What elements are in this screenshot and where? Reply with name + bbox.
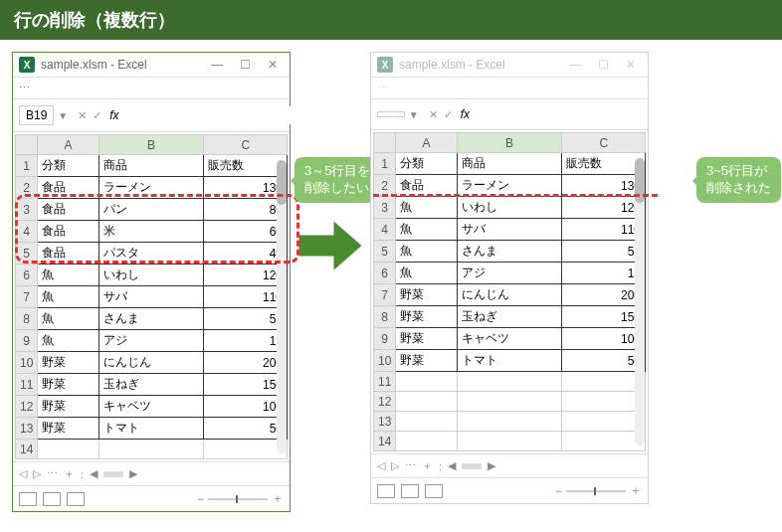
row-header[interactable]: 12 xyxy=(16,396,38,418)
hscroll-left-icon[interactable]: ◀ xyxy=(90,467,98,480)
cell[interactable]: 15 xyxy=(204,330,288,352)
zoom-slider[interactable] xyxy=(566,490,626,492)
row-header[interactable]: 14 xyxy=(16,440,38,459)
row-header[interactable]: 7 xyxy=(16,286,38,308)
hscroll-track[interactable] xyxy=(103,471,123,477)
cell[interactable]: 分類 xyxy=(396,153,457,175)
cell[interactable]: 150 xyxy=(562,306,646,328)
cell[interactable]: 商品 xyxy=(98,155,204,177)
maximize-button[interactable]: ☐ xyxy=(234,58,256,72)
cell[interactable]: キャベツ xyxy=(98,396,204,418)
cell[interactable] xyxy=(396,432,457,451)
cell[interactable]: 野菜 xyxy=(38,396,98,418)
cell[interactable]: アジ xyxy=(98,330,204,352)
row-header[interactable]: 5 xyxy=(16,243,38,265)
cancel-formula-icon[interactable]: ✕ xyxy=(429,108,438,121)
zoom-control[interactable]: − ＋ xyxy=(555,482,642,499)
hscroll-track[interactable] xyxy=(462,463,482,469)
sheet-next-icon[interactable]: ▷ xyxy=(33,467,41,480)
page-break-view-button[interactable] xyxy=(425,484,443,498)
normal-view-button[interactable] xyxy=(377,484,395,498)
cell[interactable]: 200 xyxy=(204,352,288,374)
name-box[interactable]: B19 xyxy=(19,105,54,125)
sheet-nav[interactable]: ◁ ▷ ⋯ ＋ : ◀ ▶ xyxy=(19,466,137,481)
row-header[interactable]: 4 xyxy=(16,221,38,243)
formula-input[interactable] xyxy=(123,106,292,124)
hscroll-right-icon[interactable]: ▶ xyxy=(488,459,495,472)
col-header[interactable]: A xyxy=(38,135,98,155)
cell[interactable]: パスタ xyxy=(98,243,204,265)
vertical-scrollbar[interactable] xyxy=(277,160,287,453)
spreadsheet-grid[interactable]: ABC1分類商品販売数2食品ラーメン1303魚いわし1204魚サバ1105魚さん… xyxy=(373,132,646,451)
sheet-add-icon[interactable]: ＋ xyxy=(64,466,75,481)
col-header[interactable]: C xyxy=(562,133,646,153)
row-header[interactable]: 9 xyxy=(374,328,396,350)
cell[interactable]: 120 xyxy=(562,197,646,219)
cell[interactable]: 150 xyxy=(204,374,288,396)
cell[interactable]: いわし xyxy=(457,197,562,219)
cell[interactable]: 130 xyxy=(204,177,288,199)
cell[interactable]: 野菜 xyxy=(396,306,457,328)
cell[interactable]: 魚 xyxy=(396,197,457,219)
hscroll-right-icon[interactable]: ▶ xyxy=(129,467,137,480)
cell[interactable]: 120 xyxy=(204,265,288,286)
cell[interactable]: 野菜 xyxy=(38,374,98,396)
cell[interactable]: 55 xyxy=(204,308,288,330)
cell[interactable]: 15 xyxy=(562,263,646,284)
row-header[interactable]: 7 xyxy=(374,284,396,306)
hscroll-left-icon[interactable]: ◀ xyxy=(448,459,456,472)
zoom-out-icon[interactable]: − xyxy=(197,492,204,506)
cell[interactable]: トマト xyxy=(98,418,204,440)
cell[interactable]: にんじん xyxy=(98,352,204,374)
cell[interactable]: ラーメン xyxy=(98,177,204,199)
cell[interactable] xyxy=(457,432,562,451)
cell[interactable]: 50 xyxy=(204,418,288,440)
cell[interactable]: 200 xyxy=(562,284,646,306)
sheet-more-icon[interactable]: ⋯ xyxy=(405,459,416,472)
row-header[interactable]: 1 xyxy=(374,153,396,175)
cell[interactable]: さんま xyxy=(457,241,562,263)
row-header[interactable]: 9 xyxy=(16,330,38,352)
cell[interactable]: 玉ねぎ xyxy=(98,374,204,396)
cancel-formula-icon[interactable]: ✕ xyxy=(78,109,87,122)
row-header[interactable]: 8 xyxy=(16,308,38,330)
sheet-more-icon[interactable]: ⋯ xyxy=(47,467,58,480)
cell[interactable]: サバ xyxy=(457,219,562,241)
cell[interactable]: 野菜 xyxy=(396,350,457,372)
cell[interactable] xyxy=(457,392,562,412)
cell[interactable] xyxy=(98,440,204,459)
maximize-button[interactable]: ☐ xyxy=(592,58,614,72)
zoom-in-icon[interactable]: ＋ xyxy=(272,490,284,507)
cell[interactable]: さんま xyxy=(98,308,204,330)
cell[interactable]: 魚 xyxy=(38,265,98,286)
col-header[interactable]: B xyxy=(457,133,562,153)
cell[interactable]: トマト xyxy=(457,350,562,372)
cell[interactable]: 魚 xyxy=(396,219,457,241)
cell[interactable]: 40 xyxy=(204,243,288,265)
cell[interactable]: 食品 xyxy=(396,175,457,197)
cell[interactable] xyxy=(204,440,288,459)
cell[interactable]: 130 xyxy=(562,175,646,197)
cell[interactable] xyxy=(457,412,562,432)
formula-input[interactable] xyxy=(474,105,642,123)
col-header[interactable]: B xyxy=(98,135,204,155)
zoom-out-icon[interactable]: − xyxy=(555,484,562,498)
cell[interactable]: パン xyxy=(98,199,204,221)
row-header[interactable]: 11 xyxy=(16,374,38,396)
name-box[interactable] xyxy=(377,111,405,117)
vertical-scrollbar[interactable] xyxy=(635,158,645,445)
cell[interactable]: 食品 xyxy=(38,221,98,243)
ribbon-more-icon[interactable]: ⋯ xyxy=(19,82,32,94)
cell[interactable]: 55 xyxy=(562,241,646,263)
name-box-dropdown-icon[interactable]: ▼ xyxy=(58,110,68,121)
row-header[interactable]: 13 xyxy=(16,418,38,440)
zoom-in-icon[interactable]: ＋ xyxy=(630,482,642,499)
cell[interactable]: 魚 xyxy=(38,308,98,330)
zoom-slider[interactable] xyxy=(208,498,268,500)
cell[interactable]: 100 xyxy=(562,328,646,350)
cell[interactable] xyxy=(396,412,457,432)
cell[interactable]: 魚 xyxy=(38,330,98,352)
row-header[interactable]: 13 xyxy=(374,412,396,432)
row-header[interactable]: 3 xyxy=(16,199,38,221)
row-header[interactable]: 2 xyxy=(16,177,38,199)
